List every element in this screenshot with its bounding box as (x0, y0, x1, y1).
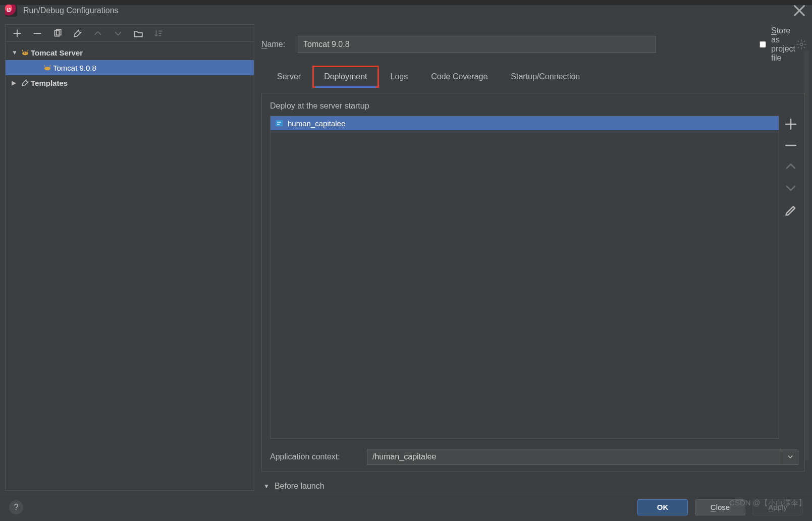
sort-button (152, 27, 165, 40)
name-row: Name: Store as project file (261, 26, 807, 63)
svg-point-5 (44, 67, 50, 70)
collapse-arrow-icon: ▼ (263, 483, 269, 490)
application-context-combo[interactable] (367, 449, 798, 465)
before-launch-label: Before launch (275, 482, 324, 491)
deploy-section-label: Deploy at the server startup (270, 101, 798, 111)
svg-point-3 (24, 53, 25, 54)
tomcat-icon (20, 49, 31, 56)
run-debug-configurations-dialog: Run/Debug Configurations (0, 0, 812, 521)
tab-server[interactable]: Server (265, 66, 312, 88)
deploy-area: human_capitalee (270, 116, 798, 439)
application-context-input[interactable] (367, 449, 782, 464)
artifact-move-up-button (784, 160, 797, 173)
tree-label: Tomcat 9.0.8 (53, 64, 96, 72)
remove-artifact-button[interactable] (784, 139, 797, 152)
deployment-tab-content: Deploy at the server startup human_capit… (261, 93, 805, 472)
svg-point-2 (22, 51, 28, 55)
edit-templates-button[interactable] (71, 27, 84, 40)
store-as-project-file-checkbox[interactable]: Store as project file (760, 26, 790, 63)
folder-button[interactable] (132, 27, 145, 40)
scrollbar[interactable] (804, 50, 809, 460)
svg-rect-8 (277, 122, 281, 123)
edit-artifact-button[interactable] (784, 202, 797, 216)
help-button[interactable]: ? (9, 500, 23, 514)
config-toolbar (6, 25, 254, 42)
store-label: Store as project file (771, 26, 795, 63)
copy-config-button[interactable] (51, 27, 64, 40)
close-dialog-button[interactable] (792, 3, 807, 18)
close-button[interactable]: Close (695, 499, 745, 515)
add-config-button[interactable] (11, 27, 24, 40)
config-editor-panel: Name: Store as project file Server Deplo… (261, 24, 807, 491)
svg-rect-7 (276, 120, 283, 126)
tomcat-icon (42, 64, 53, 71)
dialog-footer: ? OK Close Apply (0, 493, 812, 521)
background-strip (0, 0, 812, 5)
svg-point-4 (26, 53, 27, 54)
artifact-side-buttons (783, 116, 798, 439)
before-launch-section[interactable]: ▼ Before launch (261, 477, 807, 491)
apply-button: Apply (752, 499, 803, 515)
tab-deployment[interactable]: Deployment (312, 66, 378, 88)
tab-code-coverage[interactable]: Code Coverage (419, 66, 499, 88)
tab-startup-connection[interactable]: Startup/Connection (499, 66, 591, 88)
ok-button[interactable]: OK (637, 499, 688, 515)
artifact-icon (275, 119, 284, 128)
store-checkbox-input[interactable] (760, 40, 766, 49)
expand-arrow-icon: ▼ (12, 49, 20, 56)
config-tree[interactable]: ▼ Tomcat Server Tomcat 9.0.8 ▶ (6, 42, 254, 490)
artifact-list-item[interactable]: human_capitalee (270, 116, 779, 130)
application-context-dropdown-button[interactable] (782, 449, 798, 464)
application-context-label: Application context: (270, 452, 360, 461)
tree-node-templates[interactable]: ▶ Templates (6, 75, 254, 90)
artifact-label: human_capitalee (288, 119, 345, 128)
gear-icon[interactable] (796, 39, 807, 50)
tree-label: Templates (31, 79, 68, 87)
add-artifact-button[interactable] (784, 118, 797, 131)
configurations-panel: ▼ Tomcat Server Tomcat 9.0.8 ▶ (5, 24, 254, 491)
name-label: Name: (261, 40, 292, 49)
tree-label: Tomcat Server (31, 48, 83, 57)
tabs-row: Server Deployment Logs Code Coverage Sta… (261, 68, 807, 88)
dialog-body: ▼ Tomcat Server Tomcat 9.0.8 ▶ (0, 21, 812, 493)
svg-rect-9 (277, 124, 280, 125)
artifact-list[interactable]: human_capitalee (270, 116, 779, 439)
application-context-row: Application context: (270, 449, 798, 465)
remove-config-button[interactable] (31, 27, 44, 40)
intellij-app-icon (5, 5, 17, 17)
tab-logs[interactable]: Logs (379, 66, 420, 88)
move-down-button (112, 27, 125, 40)
tree-node-tomcat-908[interactable]: Tomcat 9.0.8 (6, 60, 254, 75)
dialog-title: Run/Debug Configurations (23, 6, 119, 15)
svg-point-6 (800, 43, 803, 46)
config-name-input[interactable] (298, 36, 656, 53)
artifact-move-down-button (784, 181, 797, 194)
move-up-button (91, 27, 104, 40)
expand-arrow-icon: ▶ (12, 79, 20, 86)
wrench-icon (20, 79, 31, 87)
tree-node-tomcat-server[interactable]: ▼ Tomcat Server (6, 45, 254, 60)
